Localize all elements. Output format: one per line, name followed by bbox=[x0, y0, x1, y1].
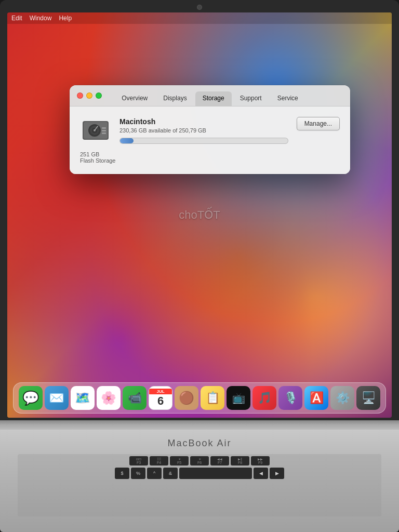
dock-calendar[interactable]: JUL 6 bbox=[149, 386, 172, 410]
dock-mail[interactable]: ✉️ bbox=[45, 386, 69, 410]
svg-rect-8 bbox=[102, 130, 106, 131]
minimize-button[interactable] bbox=[86, 92, 92, 99]
key-caret[interactable]: ^ bbox=[147, 468, 162, 479]
about-this-mac-dialog: Overview Displays Storage Support Servic bbox=[70, 85, 350, 174]
drive-info: Macintosh 230,36 GB available of 250,79 … bbox=[119, 117, 288, 144]
close-button[interactable] bbox=[77, 92, 83, 99]
dock-maps[interactable]: 🗺️ bbox=[71, 386, 95, 410]
tab-service[interactable]: Service bbox=[270, 91, 305, 106]
macbook-bottom: MacBook Air ⊟⊡F3 ⠿⠿F4 ☀F5 ☀F6 ◀◀F7 bbox=[0, 430, 399, 532]
tab-support[interactable]: Support bbox=[233, 91, 269, 106]
key-space[interactable] bbox=[179, 468, 252, 479]
dialog-content: Macintosh 230,36 GB available of 250,79 … bbox=[70, 107, 350, 174]
drive-name: Macintosh bbox=[119, 117, 288, 126]
drive-available: 230,36 GB available of 250,79 GB bbox=[119, 127, 288, 134]
screen: Edit Window Help choTỐT Ove bbox=[7, 12, 392, 418]
menu-edit[interactable]: Edit bbox=[11, 15, 22, 22]
window-controls bbox=[77, 92, 102, 99]
keyboard-area: ⊟⊡F3 ⠿⠿F4 ☀F5 ☀F6 ◀◀F7 ▶‖F8 ▶▶F9 bbox=[18, 454, 381, 516]
dock-facetime[interactable]: 📹 bbox=[123, 386, 147, 410]
key-f6[interactable]: ☀F6 bbox=[190, 456, 209, 466]
dock: 💬 ✉️ 🗺️ 🌸 📹 JUL 6 🟤 📋 📺 bbox=[13, 382, 386, 414]
dock-messages[interactable]: 💬 bbox=[19, 386, 43, 410]
macbook-outer: Edit Window Help choTỐT Ove bbox=[0, 0, 399, 532]
key-f4[interactable]: ⠿⠿F4 bbox=[150, 456, 168, 466]
key-percent[interactable]: % bbox=[131, 468, 145, 479]
storage-bar-used bbox=[120, 138, 134, 143]
key-f9[interactable]: ▶▶F9 bbox=[251, 456, 270, 466]
menu-bar-items: Edit Window Help bbox=[11, 15, 72, 22]
wallpaper bbox=[7, 12, 392, 418]
key-amp[interactable]: & bbox=[163, 468, 178, 479]
key-arrow-left[interactable]: ◀ bbox=[254, 468, 268, 479]
dock-appletv[interactable]: 📺 bbox=[227, 386, 250, 410]
manage-button[interactable]: Manage... bbox=[297, 117, 340, 130]
dock-photos[interactable]: 🌸 bbox=[97, 386, 121, 410]
macbook-hinge bbox=[0, 420, 399, 430]
drive-size-label: 251 GB Flash Storage bbox=[80, 151, 340, 164]
macbook-label: MacBook Air bbox=[167, 438, 231, 449]
drive-icon bbox=[80, 115, 111, 146]
menu-window[interactable]: Window bbox=[30, 15, 52, 22]
dock-music[interactable]: 🎵 bbox=[252, 386, 276, 410]
storage-row: Macintosh 230,36 GB available of 250,79 … bbox=[80, 115, 340, 146]
dialog-toolbar: Overview Displays Storage Support Servic bbox=[70, 85, 350, 107]
key-f8[interactable]: ▶‖F8 bbox=[231, 456, 249, 466]
key-f5[interactable]: ☀F5 bbox=[170, 456, 189, 466]
dock-podcasts[interactable]: 🎙️ bbox=[278, 386, 302, 410]
screen-bezel: Edit Window Help choTỐT Ove bbox=[0, 0, 399, 420]
key-f7[interactable]: ◀◀F7 bbox=[210, 456, 229, 466]
key-dollar[interactable]: $ bbox=[115, 468, 129, 479]
storage-bar bbox=[119, 138, 288, 144]
key-row-bottom: $ % ^ & ◀ ▶ bbox=[115, 468, 284, 479]
dock-appstore[interactable]: 🅰️ bbox=[304, 386, 328, 410]
maximize-button[interactable] bbox=[96, 92, 102, 99]
tab-storage[interactable]: Storage bbox=[195, 91, 232, 106]
key-row-fn: ⊟⊡F3 ⠿⠿F4 ☀F5 ☀F6 ◀◀F7 ▶‖F8 ▶▶F9 bbox=[129, 456, 270, 466]
key-f3[interactable]: ⊟⊡F3 bbox=[129, 456, 148, 466]
key-arrow-right[interactable]: ▶ bbox=[270, 468, 284, 479]
menu-bar: Edit Window Help bbox=[7, 12, 392, 24]
tab-displays[interactable]: Displays bbox=[156, 91, 194, 106]
svg-rect-9 bbox=[102, 132, 106, 134]
tab-overview[interactable]: Overview bbox=[114, 91, 155, 106]
svg-rect-7 bbox=[102, 127, 106, 129]
dock-finder[interactable]: 🟤 bbox=[175, 386, 198, 410]
tab-bar: Overview Displays Storage Support Servic bbox=[114, 91, 305, 106]
dock-finder2[interactable]: 🖥️ bbox=[356, 386, 380, 410]
camera bbox=[197, 5, 202, 9]
dock-notes[interactable]: 📋 bbox=[201, 386, 224, 410]
menu-help[interactable]: Help bbox=[59, 15, 72, 22]
dock-systemprefs[interactable]: ⚙️ bbox=[330, 386, 354, 410]
